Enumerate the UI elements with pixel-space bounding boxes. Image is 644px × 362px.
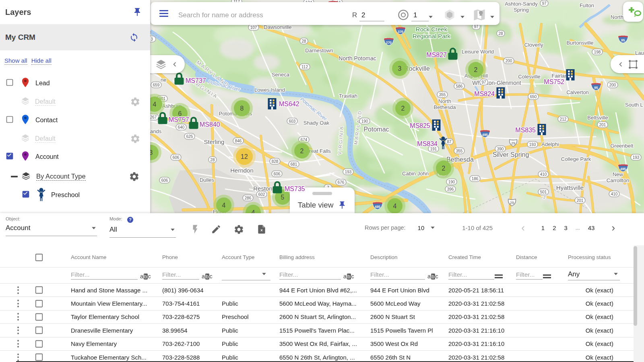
svg-text:College Park: College Park [561, 156, 591, 162]
svg-text:MS834: MS834 [417, 140, 438, 147]
svg-text:193: 193 [633, 155, 640, 160]
svg-text:29: 29 [511, 141, 515, 145]
svg-text:MS757: MS757 [169, 116, 189, 123]
svg-text:410: 410 [540, 172, 547, 177]
svg-text:4: 4 [252, 209, 255, 214]
svg-text:267: 267 [150, 115, 157, 119]
svg-text:186: 186 [472, 177, 479, 181]
svg-text:MS824: MS824 [474, 90, 495, 97]
svg-text:190: 190 [361, 119, 368, 123]
svg-text:87: 87 [447, 140, 452, 144]
svg-text:ands: ands [150, 128, 162, 134]
svg-text:8: 8 [240, 105, 244, 112]
svg-text:28: 28 [498, 31, 503, 36]
svg-text:6: 6 [178, 110, 182, 117]
svg-text:606: 606 [161, 178, 168, 183]
svg-text:Herndon: Herndon [230, 167, 254, 174]
svg-text:2: 2 [442, 165, 446, 172]
svg-text:4: 4 [393, 203, 397, 210]
svg-text:x: x [260, 228, 263, 232]
svg-text:606: 606 [173, 155, 180, 160]
svg-text:Travilah: Travilah [339, 93, 357, 99]
svg-text:193: 193 [345, 170, 352, 174]
svg-text:29: 29 [510, 201, 514, 205]
svg-text:201: 201 [577, 198, 584, 203]
svg-text:Silver Spring: Silver Spring [493, 151, 529, 158]
svg-text:Sterling: Sterling [204, 138, 225, 145]
svg-text:North: North [611, 14, 623, 20]
svg-text:North: North [438, 98, 451, 104]
svg-text:Hyattsville: Hyattsville [556, 184, 584, 191]
svg-text:Bethesda: Bethesda [434, 104, 456, 110]
svg-text:286: 286 [245, 196, 252, 200]
svg-text:586: 586 [456, 84, 463, 88]
svg-text:South L: South L [625, 102, 643, 108]
svg-text:MS825: MS825 [410, 122, 430, 129]
svg-text:3: 3 [150, 149, 153, 156]
svg-text:200: 200 [609, 83, 616, 87]
svg-text:606: 606 [274, 172, 281, 176]
svg-text:MS840: MS840 [200, 121, 220, 128]
svg-text:410: 410 [611, 192, 618, 196]
svg-text:Beltsville: Beltsville [587, 115, 608, 121]
svg-text:Fulton: Fulton [580, 2, 594, 8]
svg-text:Regional Park: Regional Park [413, 33, 451, 39]
svg-text:28: 28 [210, 158, 215, 162]
svg-text:Adelphi: Adelphi [541, 141, 559, 147]
svg-text:4: 4 [153, 101, 157, 108]
svg-text:Reston: Reston [253, 185, 272, 192]
svg-text:193: 193 [529, 142, 536, 147]
svg-text:200: 200 [506, 59, 512, 63]
svg-text:97: 97 [481, 80, 486, 84]
svg-text:681: 681 [291, 162, 297, 167]
svg-text:602: 602 [258, 192, 265, 197]
svg-text:Lowes Island: Lowes Island [254, 87, 285, 93]
svg-text:201: 201 [599, 123, 606, 127]
svg-text:370: 370 [398, 30, 403, 34]
svg-text:390: 390 [497, 147, 504, 151]
svg-text:603: 603 [289, 119, 296, 123]
svg-text:2: 2 [474, 66, 478, 73]
svg-text:MS735: MS735 [285, 185, 305, 192]
svg-text:5: 5 [281, 194, 285, 201]
svg-text:Ashton-Sandy: Ashton-Sandy [505, 1, 538, 7]
svg-text:Burtonsville: Burtonsville [566, 40, 593, 46]
svg-text:Greenbelt: Greenbelt [610, 143, 633, 149]
svg-text:625: 625 [186, 134, 193, 139]
svg-text:MS752: MS752 [544, 78, 564, 85]
svg-text:95: 95 [621, 38, 625, 42]
svg-text:650: 650 [530, 95, 537, 99]
svg-text:2: 2 [401, 105, 405, 112]
svg-text:676: 676 [338, 180, 345, 185]
svg-text:495: 495 [620, 167, 626, 171]
svg-text:Calverton: Calverton [566, 89, 589, 95]
svg-text:Rock Creek: Rock Creek [416, 26, 448, 33]
svg-text:3: 3 [151, 37, 153, 41]
svg-text:270: 270 [386, 41, 392, 45]
svg-text:Potomac: Potomac [363, 126, 389, 133]
svg-text:198: 198 [594, 50, 601, 54]
svg-text:Spring: Spring [514, 7, 529, 13]
svg-text:2: 2 [300, 148, 304, 154]
svg-text:495: 495 [375, 205, 380, 209]
svg-text:28: 28 [301, 39, 306, 43]
svg-text:Cabin John: Cabin John [402, 171, 429, 177]
svg-text:846: 846 [235, 139, 242, 143]
svg-text:Seneca: Seneca [272, 72, 290, 78]
svg-text:Carrollton: Carrollton [607, 177, 629, 183]
svg-text:Leisure World: Leisure World [462, 49, 494, 55]
svg-text:495: 495 [482, 133, 488, 137]
svg-text:107: 107 [250, 25, 257, 30]
svg-text:Colesville: Colesville [518, 74, 541, 80]
svg-text:659: 659 [153, 83, 160, 87]
svg-text:191: 191 [430, 147, 437, 151]
svg-text:355: 355 [456, 149, 463, 153]
svg-text:95: 95 [594, 86, 598, 90]
svg-text:190: 190 [448, 180, 455, 184]
svg-text:640: 640 [178, 125, 185, 130]
svg-text:MS737: MS737 [186, 77, 206, 84]
svg-text:Dawsonville: Dawsonville [264, 24, 291, 30]
svg-text:Darnestown: Darnestown [305, 47, 333, 53]
svg-text:501: 501 [540, 190, 547, 194]
svg-text:212: 212 [560, 117, 567, 121]
